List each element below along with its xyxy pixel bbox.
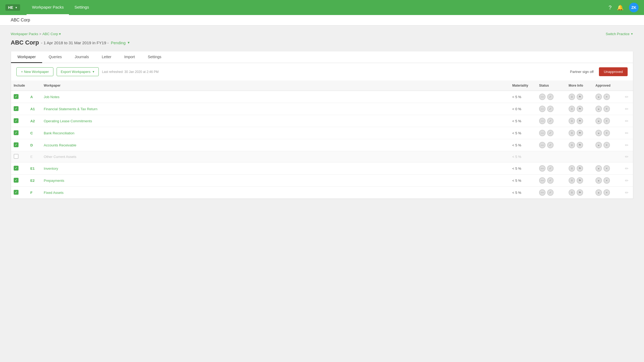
approved-person1-icon[interactable] — [595, 165, 602, 172]
approved-person1-icon[interactable] — [595, 94, 602, 100]
status-check-icon[interactable] — [547, 177, 554, 184]
status-check-icon[interactable] — [547, 165, 554, 172]
bell-icon[interactable]: 🔔 — [617, 4, 624, 11]
status-minus-icon[interactable] — [539, 165, 546, 172]
materiality-value: < 5 % — [512, 143, 521, 147]
tab-journals[interactable]: Journals — [68, 51, 95, 63]
status-check-icon[interactable] — [547, 94, 554, 100]
status-minus-icon[interactable] — [539, 130, 546, 136]
entity-status-dropdown[interactable]: ▾ — [128, 41, 129, 45]
edit-icon[interactable]: ✏ — [625, 154, 628, 159]
status-minus-icon[interactable] — [539, 177, 546, 184]
approved-person2-icon[interactable] — [603, 165, 610, 172]
breadcrumb-workpaper-packs[interactable]: Workpaper Packs — [11, 32, 38, 36]
status-minus-icon[interactable] — [539, 142, 546, 148]
workpaper-link[interactable]: Accounts Receivable — [44, 143, 76, 147]
include-checkbox[interactable] — [14, 94, 19, 99]
moreinfo-icons — [569, 130, 590, 136]
doc-icon[interactable] — [569, 165, 575, 172]
doc-icon[interactable] — [569, 94, 575, 100]
tab-letter[interactable]: Letter — [95, 51, 118, 63]
status-check-icon[interactable] — [547, 142, 554, 148]
workpaper-link[interactable]: Prepayments — [44, 179, 64, 183]
breadcrumb-entity[interactable]: ABC Corp — [42, 32, 58, 36]
new-workpaper-button[interactable]: + New Workpaper — [16, 67, 53, 76]
workpaper-link[interactable]: Operating Lease Commitments — [44, 119, 92, 123]
edit-icon[interactable]: ✏ — [625, 190, 628, 195]
tab-workpaper[interactable]: Workpaper — [11, 51, 42, 63]
workpaper-link[interactable]: Inventory — [44, 167, 58, 171]
workpaper-link[interactable]: Fixed Assets — [44, 191, 64, 195]
approved-person1-icon[interactable] — [595, 130, 602, 136]
edit-icon[interactable]: ✏ — [625, 131, 628, 135]
workpaper-link[interactable]: Job Notes — [44, 95, 60, 99]
approved-person1-icon[interactable] — [595, 118, 602, 124]
edit-icon[interactable]: ✏ — [625, 119, 628, 123]
approved-person1-icon[interactable] — [595, 189, 602, 196]
status-check-icon[interactable] — [547, 106, 554, 112]
switch-practice-button[interactable]: Switch Practice — [606, 32, 633, 36]
flag-icon[interactable] — [577, 165, 583, 172]
moreinfo-icons — [569, 106, 590, 112]
include-checkbox[interactable] — [14, 166, 19, 171]
breadcrumb-dropdown[interactable]: ▾ — [59, 32, 61, 36]
doc-icon[interactable] — [569, 142, 575, 148]
include-checkbox[interactable] — [14, 118, 19, 123]
doc-icon[interactable] — [569, 118, 575, 124]
approved-person1-icon[interactable] — [595, 142, 602, 148]
unapproved-button[interactable]: Unapproved — [599, 67, 628, 76]
include-checkbox[interactable] — [14, 178, 19, 183]
edit-icon[interactable]: ✏ — [625, 178, 628, 183]
nav-link-workpaper-packs[interactable]: Workpaper Packs — [27, 0, 69, 15]
approved-person1-icon[interactable] — [595, 106, 602, 112]
tab-import[interactable]: Import — [118, 51, 141, 63]
include-checkbox[interactable] — [14, 130, 19, 135]
avatar[interactable]: ZK — [629, 3, 639, 12]
include-checkbox-empty[interactable] — [14, 154, 19, 159]
status-check-icon[interactable] — [547, 130, 554, 136]
edit-icon[interactable]: ✏ — [625, 143, 628, 147]
approved-person2-icon[interactable] — [603, 118, 610, 124]
approved-person1-icon[interactable] — [595, 177, 602, 184]
include-checkbox[interactable] — [14, 106, 19, 111]
workpaper-link[interactable]: Bank Reconciliation — [44, 131, 74, 135]
approved-person2-icon[interactable] — [603, 142, 610, 148]
status-minus-icon[interactable] — [539, 94, 546, 100]
flag-icon[interactable] — [577, 94, 583, 100]
approved-person2-icon[interactable] — [603, 177, 610, 184]
edit-icon[interactable]: ✏ — [625, 107, 628, 111]
help-icon[interactable]: ? — [609, 5, 612, 11]
flag-icon[interactable] — [577, 106, 583, 112]
edit-icon[interactable]: ✏ — [625, 166, 628, 171]
doc-icon[interactable] — [569, 177, 575, 184]
status-minus-icon[interactable] — [539, 189, 546, 196]
approved-person2-icon[interactable] — [603, 106, 610, 112]
doc-icon[interactable] — [569, 130, 575, 136]
include-checkbox[interactable] — [14, 190, 19, 195]
status-check-icon[interactable] — [547, 118, 554, 124]
status-minus-icon[interactable] — [539, 106, 546, 112]
flag-icon[interactable] — [577, 118, 583, 124]
flag-icon[interactable] — [577, 177, 583, 184]
tab-queries[interactable]: Queries — [42, 51, 68, 63]
approved-person2-icon[interactable] — [603, 94, 610, 100]
doc-icon[interactable] — [569, 106, 575, 112]
flag-icon[interactable] — [577, 130, 583, 136]
nav-link-settings[interactable]: Settings — [69, 0, 94, 15]
include-checkbox[interactable] — [14, 142, 19, 147]
flag-icon[interactable] — [577, 142, 583, 148]
approved-person2-icon[interactable] — [603, 189, 610, 196]
nav-logo[interactable]: HE — [5, 4, 20, 11]
edit-icon[interactable]: ✏ — [625, 95, 628, 99]
status-check-icon[interactable] — [547, 189, 554, 196]
nav-links: Workpaper Packs Settings — [27, 0, 94, 15]
doc-icon[interactable] — [569, 189, 575, 196]
approved-person2-icon[interactable] — [603, 130, 610, 136]
entity-status[interactable]: Pending — [111, 40, 126, 45]
tab-settings[interactable]: Settings — [141, 51, 168, 63]
status-minus-icon[interactable] — [539, 118, 546, 124]
workpaper-link[interactable]: Financial Statements & Tax Return — [44, 107, 97, 111]
export-workpapers-button[interactable]: Export Workpapers — [57, 67, 99, 76]
entity-title: ABC Corp - 1 Apr 2018 to 31 Mar 2019 in … — [11, 39, 633, 46]
flag-icon[interactable] — [577, 189, 583, 196]
